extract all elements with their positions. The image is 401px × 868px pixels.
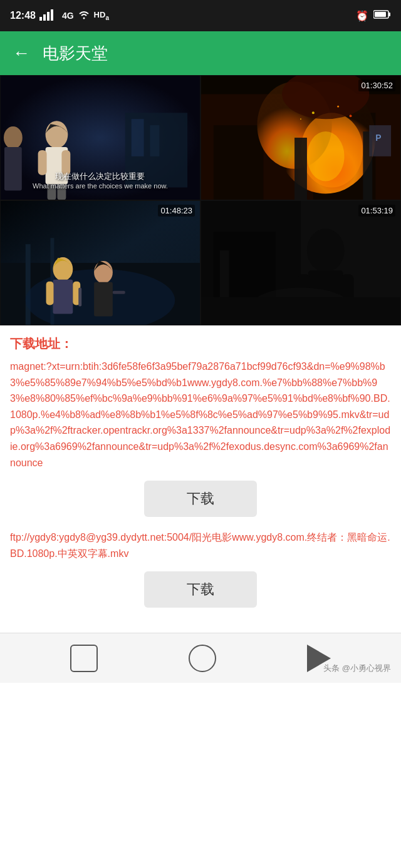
svg-rect-0 xyxy=(39,17,42,21)
svg-rect-29 xyxy=(294,138,307,200)
video-grid: 现在做什么决定比较重要 What matters are the choices… xyxy=(0,75,401,325)
svg-rect-19 xyxy=(4,147,22,191)
magnet-link-1[interactable]: magnet:?xt=urn:btih:3d6fe58fe6f3a95bef79… xyxy=(10,359,391,471)
svg-point-4 xyxy=(83,18,85,19)
timestamp-cell3: 01:48:23 xyxy=(158,205,195,217)
status-4g: 4G xyxy=(62,11,74,21)
download-btn-container-1: 下载 xyxy=(10,481,391,517)
nav-home-btn[interactable] xyxy=(189,645,216,672)
svg-rect-10 xyxy=(132,119,144,156)
status-time: 12:48 xyxy=(10,10,36,21)
status-right: ⏰ xyxy=(356,9,391,22)
content-area: 下载地址： magnet:?xt=urn:btih:3d6fe58fe6f3a9… xyxy=(0,325,401,633)
svg-rect-11 xyxy=(150,125,160,156)
status-signal xyxy=(39,9,58,23)
timestamp-cell4: 01:53:19 xyxy=(358,205,395,217)
svg-rect-2 xyxy=(47,12,49,21)
svg-rect-6 xyxy=(388,13,390,16)
ftp-link[interactable]: ftp://ygdy8:ygdy8@yg39.dydytt.net:5004/阳… xyxy=(10,529,391,561)
svg-rect-43 xyxy=(53,280,73,314)
svg-point-33 xyxy=(312,111,315,114)
svg-point-27 xyxy=(307,131,345,181)
svg-point-42 xyxy=(53,257,73,281)
status-bar: 12:48 4G HDa ⏰ xyxy=(0,0,401,31)
svg-rect-49 xyxy=(113,291,125,294)
nav-back-btn[interactable] xyxy=(70,645,98,672)
video-cell-3[interactable]: 01:48:23 xyxy=(0,200,200,325)
svg-point-34 xyxy=(337,106,339,108)
bottom-nav: 头条 @小勇心视界 xyxy=(0,633,401,683)
back-button[interactable]: ← xyxy=(13,43,30,63)
nav-bar: ← 电影天堂 xyxy=(0,31,401,75)
svg-text:P: P xyxy=(375,133,381,143)
svg-point-18 xyxy=(4,126,23,149)
video-cell-4[interactable]: 01:53:19 xyxy=(200,200,401,325)
video-cell-2[interactable]: P 01:30:52 xyxy=(200,75,401,200)
download-btn-container-2: 下载 xyxy=(10,571,391,608)
svg-rect-47 xyxy=(94,282,113,317)
alarm-icon: ⏰ xyxy=(356,10,368,22)
video-cell-1[interactable]: 现在做什么决定比较重要 What matters are the choices… xyxy=(0,75,200,200)
svg-rect-44 xyxy=(46,282,54,305)
subtitle-cell1: 现在做什么决定比较重要 What matters are the choices… xyxy=(33,171,168,190)
watermark: 头条 @小勇心视界 xyxy=(323,663,391,674)
svg-rect-1 xyxy=(43,14,46,21)
status-wifi xyxy=(78,9,90,22)
svg-point-36 xyxy=(350,115,352,117)
download-button-2[interactable]: 下载 xyxy=(144,571,257,608)
timestamp-cell2: 01:30:52 xyxy=(358,79,395,91)
status-left: 12:48 4G HDa xyxy=(10,9,109,23)
svg-rect-60 xyxy=(201,297,400,325)
svg-rect-22 xyxy=(214,125,264,200)
svg-point-12 xyxy=(46,121,68,148)
battery-icon xyxy=(373,9,391,22)
svg-point-53 xyxy=(307,228,345,272)
svg-rect-7 xyxy=(375,12,386,17)
svg-rect-39 xyxy=(26,244,31,325)
status-hd: HDa xyxy=(94,10,109,21)
nav-title: 电影天堂 xyxy=(43,43,108,64)
svg-rect-3 xyxy=(51,9,53,21)
download-address-label: 下载地址： xyxy=(10,335,391,352)
svg-point-35 xyxy=(300,118,301,120)
svg-rect-48 xyxy=(78,288,81,307)
download-button-1[interactable]: 下载 xyxy=(144,481,257,517)
